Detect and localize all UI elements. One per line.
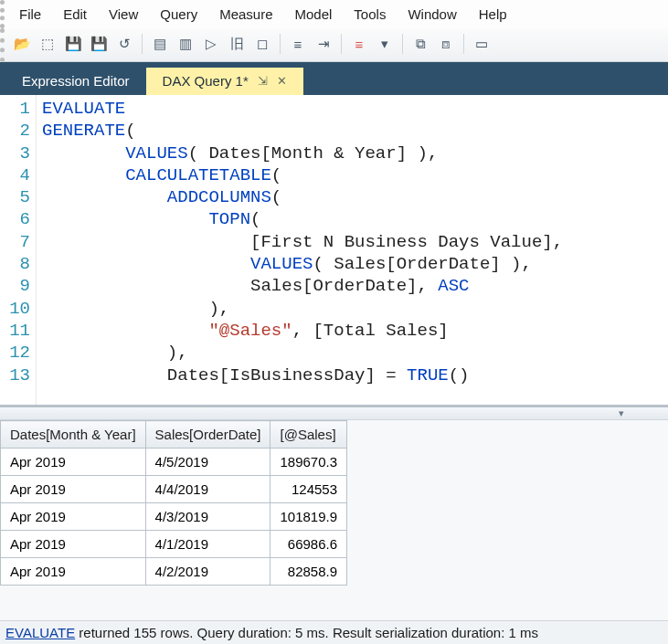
toolbar-separator xyxy=(402,34,403,54)
menu-bar: FileEditViewQueryMeasureModelToolsWindow… xyxy=(0,0,668,28)
toolbar-separator xyxy=(463,34,464,54)
toolbar-separator xyxy=(280,34,281,54)
cell: 4/2/2019 xyxy=(145,558,270,586)
align-left-icon[interactable]: ≡ xyxy=(286,32,310,56)
cell: 4/3/2019 xyxy=(145,503,270,531)
status-keyword: EVALUATE xyxy=(5,625,75,640)
code-editor[interactable]: 12345678910111213 EVALUATEGENERATE( VALU… xyxy=(0,95,668,407)
tab-label: DAX Query 1* xyxy=(163,73,249,89)
table-row[interactable]: Apr 20194/4/2019124553 xyxy=(1,476,347,503)
pin-icon[interactable]: ⇲ xyxy=(258,74,268,88)
splitter[interactable]: ▾ xyxy=(0,407,668,420)
column-header[interactable]: [@Sales] xyxy=(270,421,347,449)
dropdown-icon[interactable]: ▾ xyxy=(373,32,397,56)
cell: 4/4/2019 xyxy=(145,476,270,503)
cell: 66986.6 xyxy=(270,531,347,558)
cell: Apr 2019 xyxy=(1,558,146,586)
page-dual-icon[interactable]: ▥ xyxy=(174,32,197,56)
cell: Apr 2019 xyxy=(1,531,146,558)
save-all-icon[interactable]: 💾 xyxy=(87,32,111,56)
menu-file[interactable]: File xyxy=(10,4,50,25)
tree-icon[interactable]: 旧 xyxy=(225,32,249,56)
panel-icon[interactable]: ▭ xyxy=(470,32,493,56)
cell: Apr 2019 xyxy=(1,449,146,476)
menu-measure[interactable]: Measure xyxy=(210,4,281,25)
menu-edit[interactable]: Edit xyxy=(54,4,96,25)
menu-query[interactable]: Query xyxy=(151,4,207,25)
tab-expression-editor[interactable]: Expression Editor xyxy=(5,68,146,95)
line-gutter: 12345678910111213 xyxy=(0,95,37,405)
stop-icon[interactable]: ◻ xyxy=(250,32,274,56)
column-header[interactable]: Sales[OrderDate] xyxy=(145,421,270,449)
cell: 82858.9 xyxy=(270,558,347,586)
toolbar-separator xyxy=(341,34,342,54)
cell: 189670.3 xyxy=(270,449,347,476)
code-area[interactable]: EVALUATEGENERATE( VALUES( Dates[Month & … xyxy=(37,95,668,405)
tab-strip: Expression Editor DAX Query 1* ⇲ ✕ xyxy=(0,62,668,95)
table-row[interactable]: Apr 20194/3/2019101819.9 xyxy=(1,503,347,531)
table-row[interactable]: Apr 20194/1/201966986.6 xyxy=(1,531,347,558)
page-icon[interactable]: ▤ xyxy=(148,32,172,56)
folder-open-icon[interactable]: 📂 xyxy=(10,32,34,56)
close-icon[interactable]: ✕ xyxy=(277,74,287,88)
cell: Apr 2019 xyxy=(1,476,146,503)
menu-view[interactable]: View xyxy=(100,4,147,25)
menu-model[interactable]: Model xyxy=(286,4,342,25)
cell: 4/1/2019 xyxy=(145,531,270,558)
tab-label: Expression Editor xyxy=(22,73,130,89)
tab-dax-query[interactable]: DAX Query 1* ⇲ ✕ xyxy=(146,68,303,95)
cell: 124553 xyxy=(270,476,347,503)
toolbar: 📂⬚💾💾↺▤▥▷旧◻≡⇥≡▾⧉⧈▭ xyxy=(0,28,668,62)
column-header[interactable]: Dates[Month & Year] xyxy=(1,421,146,449)
cell: 101819.9 xyxy=(270,503,347,531)
table-row[interactable]: Apr 20194/2/201982858.9 xyxy=(1,558,347,586)
chevron-down-icon[interactable]: ▾ xyxy=(619,407,624,419)
status-text: returned 155 rows. Query duration: 5 ms.… xyxy=(75,625,538,640)
collapse-icon[interactable]: ⧉ xyxy=(408,32,432,56)
indent-icon[interactable]: ⇥ xyxy=(312,32,335,56)
run-icon[interactable]: ▷ xyxy=(199,32,223,56)
results-table: Dates[Month & Year]Sales[OrderDate][@Sal… xyxy=(0,420,347,586)
cell: 4/5/2019 xyxy=(145,449,270,476)
toolbar-separator xyxy=(142,34,143,54)
menu-tools[interactable]: Tools xyxy=(345,4,395,25)
format-icon[interactable]: ≡ xyxy=(347,32,371,56)
cell: Apr 2019 xyxy=(1,503,146,531)
results-grid[interactable]: Dates[Month & Year]Sales[OrderDate][@Sal… xyxy=(0,420,668,620)
menu-help[interactable]: Help xyxy=(470,4,516,25)
status-bar: EVALUATE returned 155 rows. Query durati… xyxy=(0,620,668,644)
undo-icon[interactable]: ↺ xyxy=(112,32,136,56)
expand-icon[interactable]: ⧈ xyxy=(434,32,458,56)
save-icon[interactable]: 💾 xyxy=(61,32,85,56)
menu-window[interactable]: Window xyxy=(398,4,465,25)
table-row[interactable]: Apr 20194/5/2019189670.3 xyxy=(1,449,347,476)
cube-icon[interactable]: ⬚ xyxy=(36,32,59,56)
